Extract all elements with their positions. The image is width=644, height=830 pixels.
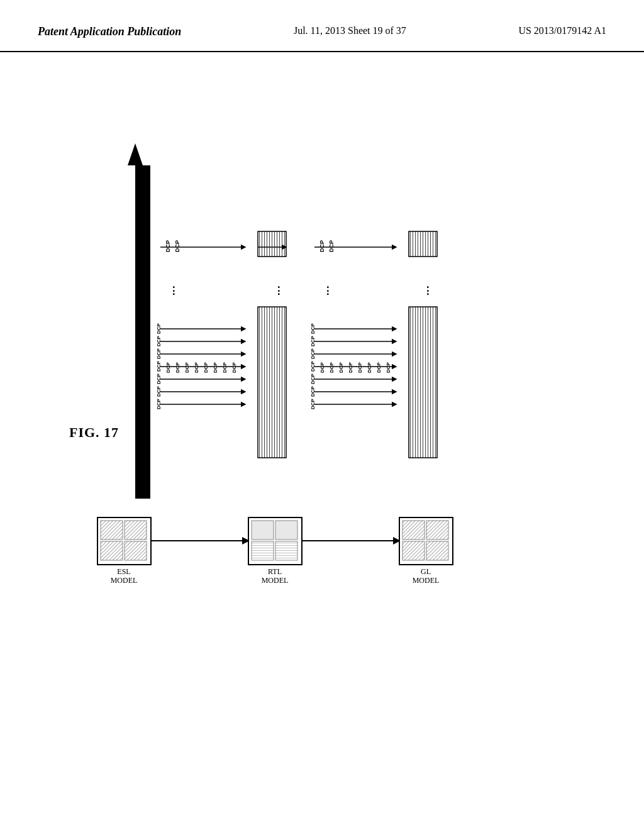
page-header: Patent Application Publication Jul. 11, … [0,0,644,52]
svg-rect-19 [402,521,425,540]
svg-text:DCP: DCP [156,348,162,359]
svg-text:⋮: ⋮ [274,285,284,296]
svg-text:DCP: DCP [156,398,162,409]
diagram-svg: ESL MODEL RTL MODEL GL MODEL [63,115,579,650]
svg-text:DCP: DCP [310,398,316,409]
svg-text:DCP: DCP [156,385,162,397]
svg-text:DCP: DCP [203,362,209,373]
svg-rect-11 [252,521,274,540]
svg-rect-0 [135,165,150,499]
svg-text:DCP: DCP [310,373,316,384]
svg-text:DCP: DCP [165,240,171,252]
svg-rect-4 [125,521,147,540]
svg-text:DCP: DCP [348,362,353,373]
svg-rect-82 [409,231,437,257]
svg-text:DCP: DCP [231,362,237,373]
svg-text:DCP: DCP [319,362,325,373]
svg-rect-14 [275,541,297,560]
svg-rect-12 [275,521,297,540]
svg-text:DCP: DCP [319,240,325,252]
svg-text:DCP: DCP [165,362,171,373]
svg-text:MODEL: MODEL [262,576,289,585]
svg-text:DCP: DCP [310,323,316,334]
svg-text:⋮: ⋮ [169,285,179,296]
svg-rect-13 [252,541,274,560]
svg-text:DCP: DCP [338,362,344,373]
svg-marker-1 [128,143,143,165]
svg-rect-21 [402,541,425,560]
svg-text:MODEL: MODEL [413,576,440,585]
svg-text:DCP: DCP [156,360,162,372]
svg-text:⋮: ⋮ [423,285,433,296]
svg-rect-80 [409,307,437,458]
svg-rect-83 [258,231,286,257]
svg-rect-6 [125,541,147,560]
svg-text:RTL: RTL [268,567,282,576]
svg-text:DCP: DCP [386,362,391,373]
publication-number: US 2013/0179142 A1 [518,25,606,36]
svg-text:DCP: DCP [328,240,335,252]
svg-text:DCP: DCP [175,362,180,373]
publication-type: Patent Application Publication [38,25,181,38]
svg-rect-22 [426,541,448,560]
svg-text:DCP: DCP [357,362,363,373]
svg-text:DCP: DCP [156,335,162,346]
svg-text:DCP: DCP [310,385,316,397]
svg-text:DCP: DCP [174,240,180,252]
publication-date-sheet: Jul. 11, 2013 Sheet 19 of 37 [294,25,406,36]
main-content: FIG. 17 ESL MODEL RTL MODEL [0,52,644,813]
svg-rect-3 [101,521,123,540]
svg-text:DCP: DCP [222,362,228,373]
svg-text:DCP: DCP [184,362,190,373]
svg-text:DCP: DCP [376,362,382,373]
svg-text:DCP: DCP [213,362,218,373]
svg-text:DCP: DCP [310,335,316,346]
svg-rect-20 [426,521,448,540]
svg-text:DCP: DCP [310,360,316,372]
svg-text:DCP: DCP [329,362,335,373]
svg-rect-51 [258,307,286,458]
svg-text:⋮: ⋮ [323,285,333,296]
svg-text:DCP: DCP [194,362,199,373]
svg-rect-5 [101,541,123,560]
svg-text:DCP: DCP [310,348,316,359]
svg-text:DCP: DCP [156,373,162,384]
svg-text:MODEL: MODEL [111,576,138,585]
svg-text:ESL: ESL [117,567,130,576]
svg-text:GL: GL [421,567,431,576]
svg-text:DCP: DCP [367,362,372,373]
svg-text:DCP: DCP [156,323,162,334]
